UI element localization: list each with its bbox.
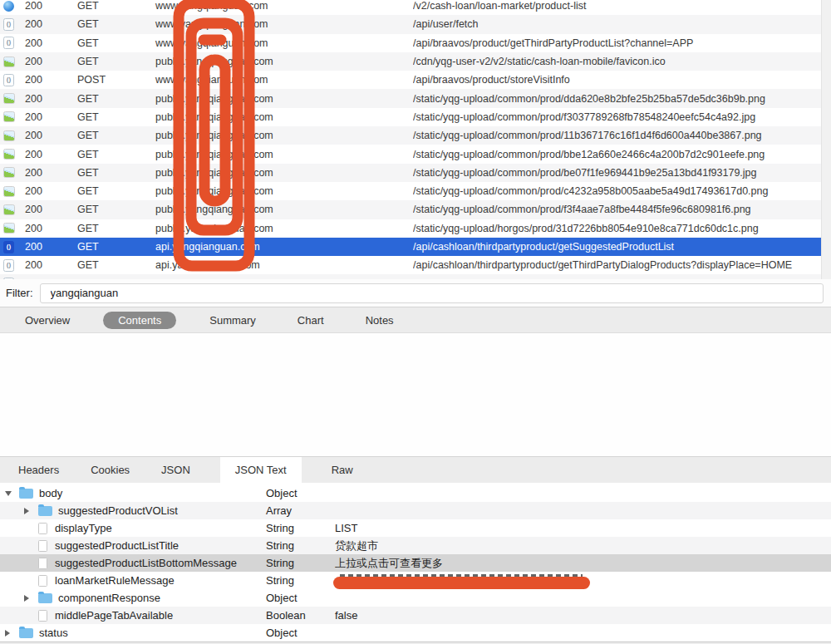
table-row[interactable]: 200 GET public.yangqianguan.com /static/… — [0, 164, 831, 182]
redacted-value-annotation — [333, 573, 591, 589]
tab-raw[interactable]: Raw — [330, 457, 355, 483]
host: www.yangqianguan.com — [155, 37, 413, 49]
http-method: GET — [77, 0, 155, 12]
table-row[interactable]: 200 GET public.yangqianguan.com /static/… — [0, 182, 831, 200]
disclosure-triangle[interactable] — [24, 508, 34, 514]
path: /api/cashloan/thirdpartyproduct/getThird… — [413, 259, 821, 271]
table-row[interactable]: 200 GET public.yangqianguan.com /static/… — [0, 126, 831, 145]
file-icon — [38, 558, 47, 569]
json-tree-row[interactable]: middlePageTabAvailable Boolean false — [0, 607, 831, 624]
table-row[interactable]: 200 GET public.yangqianguan.com /cdn/yqg… — [0, 52, 831, 71]
host: public.yangqianguan.com — [155, 56, 413, 67]
json-tree-row[interactable]: loanMarketRuleMessage String — [0, 572, 831, 589]
path: /api/cashloan/thirdpartyproduct/getSugge… — [413, 241, 821, 253]
table-row[interactable]: () 200 GET api.yangqianguan.com /api/cas… — [0, 238, 831, 256]
status-code: 200 — [25, 241, 77, 253]
folder-icon — [38, 506, 52, 516]
host: public.yangqianguan.com — [155, 185, 413, 197]
status-code: 200 — [25, 56, 77, 67]
image-icon — [3, 130, 25, 141]
host: public.yangqianguan.com — [155, 204, 413, 215]
disclosure-triangle[interactable] — [24, 595, 34, 602]
http-method: GET — [77, 241, 155, 253]
json-tree-row[interactable]: suggestedProductVOList Array — [0, 502, 831, 519]
table-row[interactable]: () 200 GET www.yangqianguan.com /api/use… — [0, 15, 831, 33]
table-row[interactable]: () 200 GET api.yangqianguan.com /api/cas… — [0, 256, 831, 274]
table-row[interactable]: 200 GET public.yangqianguan.com /static/… — [0, 219, 831, 238]
folder-icon — [19, 489, 33, 499]
json-tree-row[interactable]: displayType String LIST — [0, 519, 831, 537]
path: /api/braavos/product/getThirdPartyProduc… — [413, 37, 821, 49]
status-code: 200 — [25, 185, 77, 197]
key-name: suggestedProductVOList — [58, 504, 178, 517]
json-doc-icon: () — [3, 74, 25, 86]
tab-overview[interactable]: Overview — [17, 312, 78, 329]
host: public.yangqianguan.com — [155, 223, 413, 234]
host: public.yangqianguan.com — [155, 93, 413, 105]
image-icon — [3, 223, 25, 234]
host: api.yangqianguan.com — [155, 241, 413, 253]
image-icon — [3, 167, 25, 178]
json-tree-row[interactable]: status Object — [0, 624, 831, 642]
host: public.yangqianguan.com — [155, 149, 413, 160]
http-method: GET — [77, 149, 155, 160]
json-doc-icon: () — [3, 241, 25, 253]
value-type: String — [266, 522, 294, 534]
status-code: 200 — [25, 93, 77, 105]
filter-input[interactable] — [40, 283, 824, 303]
tab-json-text[interactable]: JSON Text — [220, 457, 302, 483]
key-name: status — [39, 627, 68, 639]
disclosure-triangle[interactable] — [5, 630, 15, 637]
http-method: GET — [77, 185, 155, 197]
http-method: GET — [77, 37, 155, 49]
image-icon — [3, 57, 25, 67]
json-doc-icon: () — [3, 278, 25, 279]
status-code: 200 — [25, 223, 77, 234]
table-row[interactable]: () 200 POST www.yangqianguan.com /api/br… — [0, 71, 831, 89]
file-icon — [38, 540, 47, 552]
tab-chart[interactable]: Chart — [289, 312, 332, 329]
path: /static/yqg-upload/common/prod/f3f4aae7a… — [413, 204, 821, 215]
image-icon — [3, 186, 25, 197]
status-code: 200 — [25, 111, 77, 123]
key-name: middlePageTabAvailable — [55, 609, 173, 622]
path: /static/yqg-upload/common/prod/be07f1fe9… — [413, 167, 821, 179]
table-row[interactable]: () — [0, 274, 831, 279]
value-type: String — [266, 574, 294, 587]
value-type: Object — [266, 627, 297, 639]
table-row[interactable]: 200 GET www.yangqianguan.com /v2/cash-lo… — [0, 0, 831, 15]
tab-notes[interactable]: Notes — [357, 312, 402, 329]
tab-cookies[interactable]: Cookies — [89, 457, 131, 483]
status-code: 200 — [25, 18, 77, 30]
value-type: Object — [266, 487, 297, 499]
http-method: GET — [77, 18, 155, 30]
http-method: GET — [77, 223, 155, 234]
key-name: loanMarketRuleMessage — [55, 574, 175, 587]
tab-headers[interactable]: Headers — [17, 457, 61, 483]
table-row[interactable]: () 200 GET www.yangqianguan.com /api/bra… — [0, 34, 831, 52]
disclosure-triangle[interactable] — [5, 491, 15, 496]
table-row[interactable]: 200 GET public.yangqianguan.com /static/… — [0, 89, 831, 107]
key-name: suggestedProductListTitle — [55, 539, 179, 552]
json-tree-row[interactable]: body Object — [0, 484, 831, 502]
host: www.yangqianguan.com — [155, 0, 413, 12]
table-scrollbar-track[interactable] — [821, 0, 831, 279]
key-name: componentResponse — [58, 592, 160, 604]
image-icon — [3, 149, 25, 160]
json-tree-row[interactable]: suggestedProductListTitle String 贷款超市 — [0, 537, 831, 554]
table-row[interactable]: 200 GET public.yangqianguan.com /static/… — [0, 200, 831, 219]
contents-empty-panel — [0, 333, 831, 456]
tab-json[interactable]: JSON — [160, 457, 192, 483]
tab-contents[interactable]: Contents — [103, 312, 176, 329]
http-method: GET — [77, 130, 155, 141]
table-row[interactable]: 200 GET public.yangqianguan.com /static/… — [0, 145, 831, 163]
table-row[interactable]: 200 GET public.yangqianguan.com /static/… — [0, 108, 831, 126]
value-text: false — [335, 609, 357, 622]
tab-summary[interactable]: Summary — [201, 312, 264, 329]
json-tree-row[interactable]: suggestedProductListBottomMessage String… — [0, 554, 831, 572]
filter-bar: Filter: — [0, 279, 831, 307]
path: /static/yqg-upload/common/prod/c4232a958… — [413, 185, 821, 197]
value-type: Object — [266, 592, 297, 604]
json-tree-row[interactable]: componentResponse Object — [0, 589, 831, 607]
http-method: GET — [77, 93, 155, 105]
